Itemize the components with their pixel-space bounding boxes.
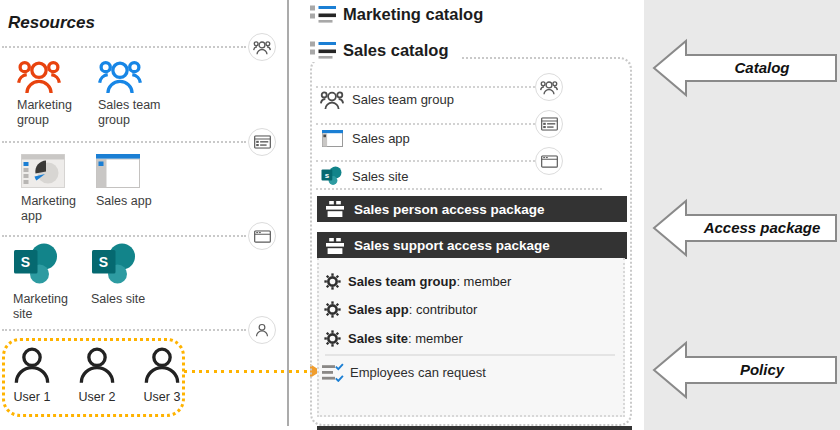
sales-catalog-heading: Sales catalog (308, 40, 460, 62)
policy-label: Employees can request (350, 365, 486, 381)
person-icon (142, 344, 182, 386)
access-package-annotation-label: Access package (688, 198, 836, 256)
apps-type-badge (248, 128, 276, 156)
catalog-resource-sales-site: Sales site (352, 169, 408, 185)
app-window-icon (541, 117, 558, 131)
resources-panel-title: Resources (8, 13, 95, 33)
resource-marketing-site: Marketing site (13, 292, 89, 322)
sales-catalog-title: Sales catalog (343, 41, 448, 60)
role-assignment-site: Sales site: member (348, 330, 463, 347)
sharepoint-letter: s (322, 171, 332, 180)
marketing-app-icon (21, 154, 65, 188)
access-package-title: Sales support access package (354, 238, 550, 253)
gear-icon (324, 273, 341, 290)
access-package-annotation-arrow: Access package (652, 198, 838, 258)
resource-sales-site: Sales site (91, 292, 167, 307)
row-divider (316, 86, 535, 88)
section-divider (2, 329, 246, 331)
role-name: : member (456, 274, 511, 289)
resource-sales-team-group: Sales team group (98, 98, 174, 128)
role-resource-name: Sales site (348, 331, 408, 346)
row-divider (316, 188, 602, 190)
role-assignment-app: Sales app: contributor (348, 301, 477, 318)
people-icon (540, 80, 558, 95)
app-window-icon (254, 135, 271, 149)
person-icon (255, 323, 269, 337)
marketing-catalog-title: Marketing catalog (343, 5, 483, 24)
section-divider (2, 46, 246, 48)
catalog-annotation-arrow: Catalog (652, 38, 838, 98)
policy-checklist-icon (322, 363, 345, 382)
site-type-badge (535, 147, 563, 175)
people-icon (320, 90, 344, 110)
app-type-badge (535, 110, 563, 138)
row-divider (316, 123, 535, 125)
access-package-bar-sales-person: Sales person access package (317, 196, 627, 222)
browser-window-icon (541, 155, 558, 168)
sharepoint-icon: S (13, 241, 61, 287)
policy-annotation-arrow: Policy (652, 340, 838, 400)
sharepoint-icon: s (321, 166, 342, 185)
access-package-title: Sales person access package (354, 202, 545, 217)
resource-marketing-app: Marketing app (21, 194, 97, 224)
access-package-bar-sales-support: Sales support access package (317, 232, 627, 259)
catalog-resource-sales-app: Sales app (352, 131, 410, 147)
groups-type-badge (248, 33, 276, 61)
sales-app-icon (96, 154, 140, 188)
users-type-badge (248, 316, 276, 344)
catalog-annotation-label: Catalog (688, 38, 836, 96)
sharepoint-icon: S (91, 241, 139, 287)
role-resource-name: Sales app (348, 302, 409, 317)
access-package-icon (326, 201, 344, 217)
gear-icon (324, 301, 341, 318)
role-resource-name: Sales team group (348, 274, 456, 289)
section-divider (2, 141, 246, 143)
people-icon (98, 58, 142, 95)
group-type-badge (535, 73, 563, 101)
panel-separator (287, 0, 289, 426)
person-icon (12, 344, 52, 386)
catalog-icon (310, 4, 336, 24)
user-3-label: User 3 (132, 390, 192, 404)
people-icon (253, 40, 271, 55)
gear-icon (324, 330, 341, 347)
sharepoint-letter: S (16, 254, 35, 270)
people-icon (17, 58, 61, 95)
entitlement-diagram: Resources Marketing group Sales team gro… (0, 0, 840, 430)
role-name: : contributor (409, 302, 478, 317)
browser-window-icon (254, 230, 271, 243)
section-divider (2, 235, 246, 237)
access-package-icon (326, 238, 344, 254)
catalog-resource-sales-team-group: Sales team group (352, 92, 454, 108)
app-window-icon (322, 130, 343, 147)
user-2-label: User 2 (67, 390, 127, 404)
user-1-label: User 1 (2, 390, 62, 404)
policy-divider (325, 354, 615, 356)
row-divider (316, 160, 535, 162)
catalog-icon (310, 40, 336, 60)
policy-annotation-label: Policy (688, 340, 836, 398)
resource-marketing-group: Marketing group (17, 98, 93, 128)
sites-type-badge (248, 222, 276, 250)
cutoff-package-bar (317, 426, 632, 430)
users-to-policy-connector (184, 370, 310, 373)
role-assignment-group: Sales team group: member (348, 273, 511, 290)
marketing-catalog-heading: Marketing catalog (310, 4, 483, 24)
person-icon (77, 344, 117, 386)
role-name: : member (408, 331, 463, 346)
resource-sales-app: Sales app (96, 194, 172, 209)
sharepoint-letter: S (94, 254, 113, 270)
